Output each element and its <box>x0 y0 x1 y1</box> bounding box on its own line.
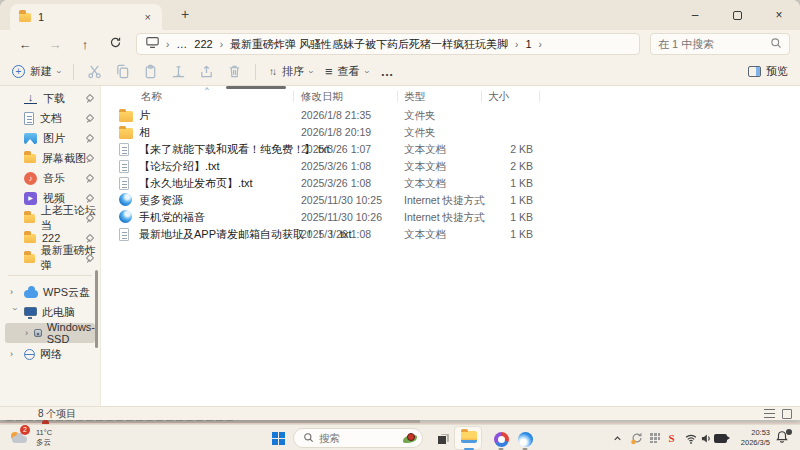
app-button-2[interactable] <box>513 429 537 449</box>
minimize-button[interactable]: – <box>674 0 716 30</box>
taskbar-search-input[interactable] <box>319 432 398 444</box>
chevron-right-icon[interactable]: › <box>25 328 29 338</box>
sort-label: 排序 <box>282 64 304 79</box>
sidebar-item-wps-cloud[interactable]: ›WPS云盘 <box>0 282 100 302</box>
projector-tray-icon[interactable] <box>712 430 729 446</box>
text-file-icon <box>119 160 129 173</box>
sidebar-item-documents[interactable]: 文档 <box>0 108 100 128</box>
sidebar-item-folder1[interactable]: 上老王论坛当 <box>0 208 100 228</box>
breadcrumb-item-current[interactable]: 1 <box>525 38 531 50</box>
share-button[interactable] <box>199 64 214 79</box>
column-header-type[interactable]: 类型 <box>404 90 425 104</box>
chevron-down-icon[interactable]: › <box>10 308 20 317</box>
chevron-down-icon: › <box>54 70 64 73</box>
file-row[interactable]: 【永久地址发布页】.txt2025/3/26 1:08文本文档1 KB <box>101 174 800 191</box>
refresh-button[interactable] <box>100 36 130 52</box>
computer-icon[interactable] <box>146 35 159 53</box>
preview-button[interactable]: 预览 <box>748 64 788 79</box>
sync-tray-icon[interactable] <box>628 430 645 446</box>
search-highlight-image <box>403 431 418 446</box>
pin-icon <box>85 135 93 143</box>
maximize-button[interactable] <box>716 0 758 30</box>
column-divider[interactable] <box>481 91 482 102</box>
cloud-icon <box>24 290 38 298</box>
rename-button[interactable] <box>171 64 186 79</box>
app-button-1[interactable] <box>489 429 513 449</box>
column-divider[interactable] <box>293 91 294 102</box>
new-label: 新建 <box>30 64 52 79</box>
copy-button[interactable] <box>115 64 130 79</box>
grid-tray-icon[interactable] <box>646 430 663 446</box>
pin-icon <box>85 255 93 263</box>
weather-widget[interactable]: 2 11°C多云 <box>8 426 88 450</box>
sidebar-item-screenshots[interactable]: 屏幕截图 <box>0 148 100 168</box>
browser-sphere-icon <box>518 432 533 447</box>
text-file-icon <box>119 143 129 156</box>
music-icon: ♪ <box>24 172 37 185</box>
start-button[interactable] <box>272 432 278 438</box>
close-button[interactable]: × <box>758 0 800 30</box>
notification-center-button[interactable] <box>775 430 791 446</box>
file-row[interactable]: 手机党的福音2025/11/30 10:26Internet 快捷方式1 KB <box>101 208 800 225</box>
search-box[interactable] <box>650 33 790 55</box>
cut-button[interactable] <box>87 64 102 79</box>
sidebar-item-folder2[interactable]: 最新重磅炸弹 <box>0 248 100 268</box>
paste-button[interactable] <box>143 64 158 79</box>
search-icon <box>303 429 314 447</box>
folder-icon <box>24 254 35 263</box>
file-name: 【永久地址发布页】.txt <box>139 176 253 191</box>
taskbar-search[interactable] <box>293 428 423 448</box>
tab-title: 1 <box>38 11 136 23</box>
taskbar-clock[interactable]: 20:532026/3/5 <box>741 428 770 448</box>
column-divider[interactable] <box>397 91 398 102</box>
input-method-icon[interactable]: S <box>663 430 680 446</box>
sidebar-item-music[interactable]: ♪音乐 <box>0 168 100 188</box>
view-button[interactable]: ≡ 查看 › <box>325 64 368 79</box>
explorer-tab[interactable]: 1 × <box>10 4 162 30</box>
breadcrumb-item-folder[interactable]: 最新重磅炸弹 风骚性感妹子被下药后死猪一样疯狂玩美脚 <box>230 37 508 52</box>
forward-button[interactable]: → <box>40 37 70 52</box>
column-divider[interactable] <box>539 91 540 102</box>
more-options-button[interactable]: … <box>381 64 395 79</box>
delete-button[interactable] <box>227 64 242 79</box>
file-row[interactable]: 【来了就能下载和观看！纯免费！】.txt2025/3/26 1:07文本文档2 … <box>101 140 800 157</box>
details-view-icon[interactable] <box>764 409 775 419</box>
sidebar-item-label: 屏幕截图 <box>42 151 86 166</box>
sort-button[interactable]: ↑↓ 排序 › <box>269 64 312 79</box>
file-row[interactable]: 片2026/1/8 21:35文件夹 <box>101 106 800 123</box>
chevron-right-icon[interactable]: › <box>10 287 19 297</box>
column-header-date[interactable]: 修改日期 <box>301 90 343 104</box>
tab-close-icon[interactable]: × <box>143 11 153 23</box>
file-row[interactable]: 【论坛介绍】.txt2025/3/26 1:08文本文档2 KB <box>101 157 800 174</box>
file-date: 2025/3/26 1:08 <box>301 228 371 240</box>
task-view-button[interactable] <box>431 429 455 449</box>
breadcrumb-overflow-button[interactable]: … <box>176 38 187 50</box>
tray-expand-button[interactable] <box>609 430 626 446</box>
large-icons-view-icon[interactable] <box>782 409 792 419</box>
sidebar-item-network[interactable]: ›网络 <box>0 344 100 364</box>
text-file-icon <box>119 177 129 190</box>
file-row[interactable]: 最新地址及APP请发邮箱自动获取！！！.txt2025/3/26 1:08文本文… <box>101 225 800 242</box>
file-row[interactable]: 更多资源2025/11/30 10:25Internet 快捷方式1 KB <box>101 191 800 208</box>
preview-pane-icon <box>748 66 761 77</box>
file-explorer-taskbar-button[interactable] <box>454 426 482 450</box>
sidebar-scrollbar[interactable] <box>95 270 98 348</box>
new-button[interactable]: + 新建 › <box>12 64 60 79</box>
file-row[interactable]: 相2026/1/8 20:19文件夹 <box>101 123 800 140</box>
folder-icon <box>119 128 133 139</box>
sidebar-item-windows-ssd[interactable]: ›Windows-SSD <box>5 323 95 343</box>
sidebar-item-downloads[interactable]: ↓下载 <box>0 88 100 108</box>
up-button[interactable]: ↑ <box>70 37 100 52</box>
new-tab-button[interactable]: + <box>176 6 194 22</box>
sidebar-item-this-pc[interactable]: ›此电脑 <box>0 302 100 322</box>
file-size: 1 KB <box>461 177 533 189</box>
breadcrumb-item-222[interactable]: 222 <box>194 38 212 50</box>
sidebar-item-pictures[interactable]: 图片 <box>0 128 100 148</box>
back-button[interactable]: ← <box>10 37 40 52</box>
chevron-right-icon[interactable]: › <box>10 349 19 359</box>
file-type: 文本文档 <box>404 177 446 191</box>
search-input[interactable] <box>658 38 765 50</box>
sidebar-item-label: 文档 <box>40 111 62 126</box>
column-header-name[interactable]: 名称 <box>141 90 162 104</box>
column-header-size[interactable]: 大小 <box>488 90 509 104</box>
